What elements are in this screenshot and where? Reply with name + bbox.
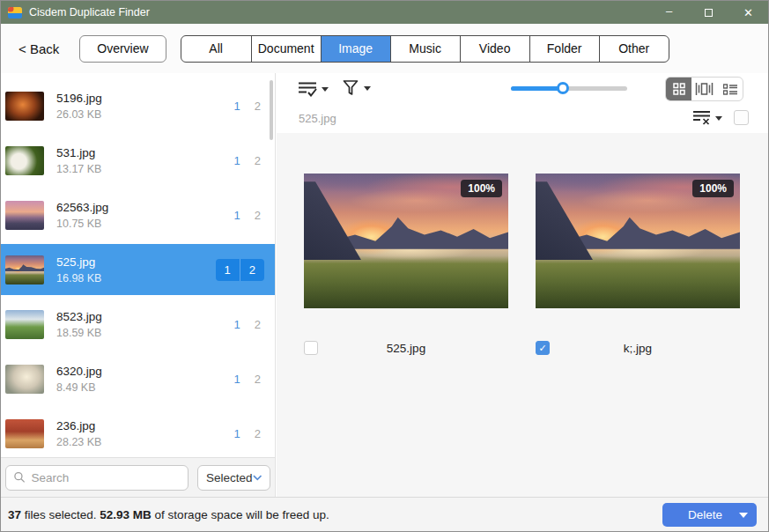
- compare-view-icon: [695, 83, 714, 95]
- filter-menu-button[interactable]: [342, 79, 371, 97]
- group-count-badge[interactable]: 1: [234, 209, 240, 222]
- list-view-icon: [723, 84, 737, 95]
- file-name: 525.jpg: [56, 255, 216, 269]
- deselect-menu-button[interactable]: [692, 110, 722, 125]
- back-button[interactable]: < Back: [18, 41, 59, 56]
- group-select-checkbox[interactable]: [734, 110, 749, 125]
- dropdown-caret-icon: [322, 87, 329, 95]
- file-thumbnail: [5, 365, 44, 394]
- checkmark-icon: ✓: [538, 343, 546, 354]
- similarity-badge: 100%: [461, 180, 502, 197]
- duplicates-content: 100% 525.jpg 100% ✓ k;.jpg: [277, 133, 768, 497]
- duplicate-count-badge[interactable]: 2: [240, 259, 264, 281]
- tab-video[interactable]: Video: [460, 36, 529, 62]
- compare-view-button[interactable]: [691, 78, 717, 100]
- overview-button[interactable]: Overview: [79, 35, 166, 63]
- app-logo-icon: [8, 7, 22, 18]
- file-name: 236.jpg: [56, 419, 234, 432]
- group-count-badge[interactable]: 1: [234, 427, 240, 440]
- group-count-badge[interactable]: 1: [234, 154, 240, 167]
- delete-dropdown-icon[interactable]: [739, 513, 748, 522]
- group-count-badge[interactable]: 1: [234, 100, 240, 113]
- select-all-icon: [298, 81, 317, 97]
- file-thumbnail: [5, 255, 44, 284]
- file-list: 5196.jpg 26.03 KB 1 2 531.jpg 13.17 KB 1…: [1, 73, 275, 457]
- delete-button[interactable]: Delete: [662, 503, 757, 527]
- view-mode-toggle: [665, 77, 743, 101]
- duplicate-count-badge[interactable]: 2: [255, 427, 261, 440]
- thumbnail-zoom-slider[interactable]: [511, 86, 627, 91]
- select-all-menu-button[interactable]: [298, 81, 329, 97]
- file-thumbnail: [5, 201, 44, 230]
- file-select-checkbox-checked[interactable]: ✓: [536, 341, 550, 355]
- file-size: 18.59 KB: [56, 327, 234, 339]
- card-filename: k;.jpg: [536, 341, 740, 357]
- close-button[interactable]: ✕: [728, 1, 768, 24]
- list-item[interactable]: 6320.jpg 8.49 KB 1 2: [1, 353, 275, 404]
- category-tabs: All Document Image Music Video Folder Ot…: [181, 35, 669, 63]
- group-count-badge[interactable]: 1: [216, 259, 240, 281]
- main-toolbar: [277, 73, 768, 105]
- photo-preview[interactable]: 100%: [536, 174, 740, 308]
- file-name: 8523.jpg: [56, 310, 234, 323]
- list-item[interactable]: 236.jpg 28.23 KB 1 2: [1, 408, 275, 457]
- file-select-checkbox[interactable]: [304, 341, 318, 355]
- file-name: 62563.jpg: [56, 201, 234, 214]
- tab-other[interactable]: Other: [599, 36, 669, 62]
- file-size: 16.98 KB: [56, 272, 216, 284]
- chevron-down-icon: [253, 475, 262, 481]
- duplicate-count-badge[interactable]: 2: [255, 209, 261, 222]
- tab-music[interactable]: Music: [390, 36, 460, 62]
- tab-all[interactable]: All: [181, 36, 251, 62]
- file-name: 531.jpg: [56, 146, 234, 159]
- status-text: 37 files selected. 52.93 MB of storage s…: [8, 508, 329, 521]
- list-item[interactable]: 62563.jpg 10.75 KB 1 2: [1, 189, 275, 240]
- filter-funnel-icon: [342, 79, 359, 97]
- minimize-button[interactable]: –: [649, 1, 689, 24]
- group-count-badge[interactable]: 1: [234, 318, 240, 331]
- status-bar: 37 files selected. 52.93 MB of storage s…: [1, 497, 768, 531]
- file-size: 8.49 KB: [56, 381, 234, 394]
- similarity-badge: 100%: [692, 180, 734, 197]
- group-header: 525.jpg: [277, 105, 768, 133]
- grid-view-icon: [673, 83, 685, 95]
- list-view-button[interactable]: [717, 78, 743, 100]
- title-bar: Cisdem Duplicate Finder – ✕: [1, 1, 768, 24]
- file-name: 6320.jpg: [56, 365, 234, 378]
- list-item[interactable]: 5196.jpg 26.03 KB 1 2: [1, 80, 275, 131]
- photo-preview[interactable]: 100%: [304, 174, 508, 308]
- slider-fill: [511, 86, 563, 91]
- list-item-selected[interactable]: 525.jpg 16.98 KB 1 2: [1, 244, 275, 295]
- file-thumbnail: [5, 310, 44, 339]
- nav-bar: < Back Overview All Document Image Music…: [1, 24, 768, 73]
- card-filename: 525.jpg: [304, 341, 508, 357]
- selected-count: 37: [8, 508, 21, 521]
- grid-view-button[interactable]: [666, 78, 691, 100]
- list-item[interactable]: 8523.jpg 18.59 KB 1 2: [1, 299, 275, 350]
- tab-image[interactable]: Image: [321, 36, 390, 62]
- duplicate-card: 100% ✓ k;.jpg: [536, 174, 740, 357]
- group-count-badge[interactable]: 1: [234, 373, 240, 386]
- maximize-icon: [705, 9, 713, 17]
- maximize-button[interactable]: [689, 1, 728, 24]
- sidebar-scrollbar[interactable]: [270, 80, 273, 140]
- deselect-icon: [692, 110, 711, 125]
- tab-document[interactable]: Document: [251, 36, 321, 62]
- duplicate-count-badge[interactable]: 2: [255, 100, 261, 113]
- duplicate-count-badge[interactable]: 2: [255, 318, 261, 331]
- tab-folder[interactable]: Folder: [529, 36, 599, 62]
- duplicate-groups-sidebar: 5196.jpg 26.03 KB 1 2 531.jpg 13.17 KB 1…: [1, 73, 276, 497]
- list-item[interactable]: 531.jpg 13.17 KB 1 2: [1, 135, 275, 186]
- selection-filter-dropdown[interactable]: Selected: [197, 465, 270, 491]
- window-controls: – ✕: [649, 1, 768, 24]
- dropdown-caret-icon: [364, 86, 371, 94]
- duplicate-count-badge[interactable]: 2: [255, 154, 261, 167]
- slider-thumb[interactable]: [557, 82, 569, 94]
- file-thumbnail: [5, 419, 44, 448]
- search-icon: [14, 471, 26, 484]
- file-size: 13.17 KB: [56, 163, 234, 175]
- close-icon: ✕: [743, 6, 753, 19]
- search-box: [5, 465, 189, 491]
- search-input[interactable]: [32, 471, 180, 484]
- duplicate-count-badge[interactable]: 2: [255, 373, 261, 386]
